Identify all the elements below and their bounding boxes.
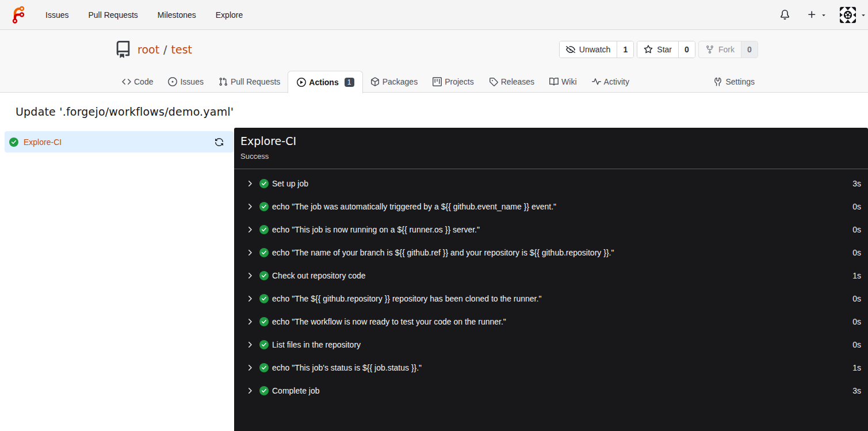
step-name: Complete job [272,386,320,395]
run-body: Explore-CI Explore-CI Success Set up job… [0,128,868,431]
step-row[interactable]: Set up job 3s [234,172,868,195]
step-name: Check out repository code [272,271,366,280]
step-row[interactable]: List files in the repository 0s [234,333,868,356]
action-run-view: Update '.forgejo/workflows/demo.yaml' Ex… [0,105,868,431]
step-row[interactable]: Check out repository code 1s [234,264,868,287]
chevron-right-icon [245,271,254,280]
step-success-icon [259,340,269,349]
stars-count[interactable]: 0 [678,41,695,58]
step-row[interactable]: echo "The ${{ github.repository }} repos… [234,287,868,310]
step-row[interactable]: echo "The name of your branch is ${{ git… [234,241,868,264]
eye-closed-icon [566,45,575,54]
step-name: echo "The job was automatically triggere… [272,202,556,211]
step-success-icon [259,248,269,257]
job-log-header: Explore-CI Success [234,128,868,169]
step-success-icon [259,294,269,303]
book-icon [549,77,559,86]
fork-label: Fork [718,45,735,54]
tab-packages[interactable]: Packages [363,71,425,93]
step-row[interactable]: Complete job 3s [234,379,868,402]
navbar-links: Issues Pull Requests Milestones Explore [36,0,253,30]
git-pull-request-icon [219,77,228,86]
step-name: Set up job [272,179,308,188]
tab-code[interactable]: Code [114,71,160,93]
step-success-icon [259,386,269,395]
nav-link-explore[interactable]: Explore [206,0,253,30]
unwatch-button[interactable]: Unwatch [560,41,617,58]
forks-count[interactable]: 0 [741,41,758,58]
tab-wiki-label: Wiki [561,77,576,86]
tab-pull-requests[interactable]: Pull Requests [211,71,288,93]
plus-icon [807,10,817,20]
tab-issues[interactable]: Issues [160,71,211,93]
step-name: echo "The workflow is now ready to test … [272,317,506,326]
actions-count-badge: 1 [345,78,354,87]
avatar [840,7,856,23]
watch-button-group: Unwatch 1 [559,41,634,58]
tab-projects[interactable]: Projects [425,71,481,93]
caret-down-icon [860,12,867,18]
chevron-right-icon [245,340,254,349]
nav-link-issues[interactable]: Issues [36,0,78,30]
rerun-sync-icon[interactable] [215,138,224,147]
tab-wiki[interactable]: Wiki [542,71,584,93]
step-name: echo "This job's status is ${{ job.statu… [272,363,422,372]
step-duration: 1s [852,271,861,280]
step-success-icon [259,363,269,372]
step-success-icon [259,271,269,280]
create-new-dropdown[interactable] [807,10,827,20]
star-button-group: Star 0 [637,41,695,58]
star-button[interactable]: Star [637,41,678,58]
tab-settings-label: Settings [725,77,755,86]
forgejo-logo[interactable] [12,6,25,24]
star-icon [644,45,653,54]
step-success-icon [259,202,269,211]
step-name: echo "The name of your branch is ${{ git… [272,248,614,257]
tab-activity[interactable]: Activity [584,71,637,93]
pulse-icon [592,77,601,86]
user-menu-dropdown[interactable] [840,7,867,23]
job-log-panel: Explore-CI Success Set up job 3s echo "T… [234,128,868,431]
chevron-right-icon [245,225,254,234]
nav-link-pull-requests[interactable]: Pull Requests [78,0,147,30]
tab-activity-label: Activity [604,77,629,86]
watchers-count[interactable]: 1 [617,41,633,58]
jobs-sidebar: Explore-CI [0,128,234,152]
chevron-right-icon [245,363,254,372]
run-title: Update '.forgejo/workflows/demo.yaml' [16,105,868,118]
tab-issues-label: Issues [180,77,203,86]
repo-title-row: root / test Unwatch 1 Star 0 [110,30,758,58]
job-success-icon [9,138,18,147]
chevron-right-icon [245,294,254,303]
repo-owner-link[interactable]: root [137,43,159,56]
tag-icon [489,77,498,86]
tab-actions[interactable]: Actions 1 [288,71,362,93]
step-success-icon [259,179,269,188]
fork-button[interactable]: Fork [699,41,741,58]
unwatch-label: Unwatch [579,45,610,54]
step-duration: 0s [852,294,861,303]
repo-name-link[interactable]: test [171,43,193,56]
step-row[interactable]: echo "The job was automatically triggere… [234,195,868,218]
tab-settings[interactable]: Settings [706,71,758,93]
tab-releases[interactable]: Releases [481,71,542,93]
step-row[interactable]: echo "This job's status is ${{ job.statu… [234,356,868,379]
job-item-explore-ci[interactable]: Explore-CI [5,131,234,152]
step-name: echo "The ${{ github.repository }} repos… [272,294,541,303]
step-duration: 0s [852,248,861,257]
notifications-bell-icon[interactable] [780,10,790,20]
forgejo-logo-icon [12,6,25,24]
step-name: echo "This job is now running on a ${{ r… [272,225,480,234]
nav-link-milestones[interactable]: Milestones [148,0,206,30]
top-navbar: Issues Pull Requests Milestones Explore [0,0,868,30]
tab-projects-label: Projects [445,77,474,86]
repo-header: root / test Unwatch 1 Star 0 [0,30,868,93]
step-row[interactable]: echo "The workflow is now ready to test … [234,310,868,333]
chevron-right-icon [245,202,254,211]
step-row[interactable]: echo "This job is now running on a ${{ r… [234,218,868,241]
job-log-status: Success [240,152,862,161]
project-icon [433,77,442,86]
tab-packages-label: Packages [383,77,418,86]
step-success-icon [259,225,269,234]
chevron-right-icon [245,317,254,326]
